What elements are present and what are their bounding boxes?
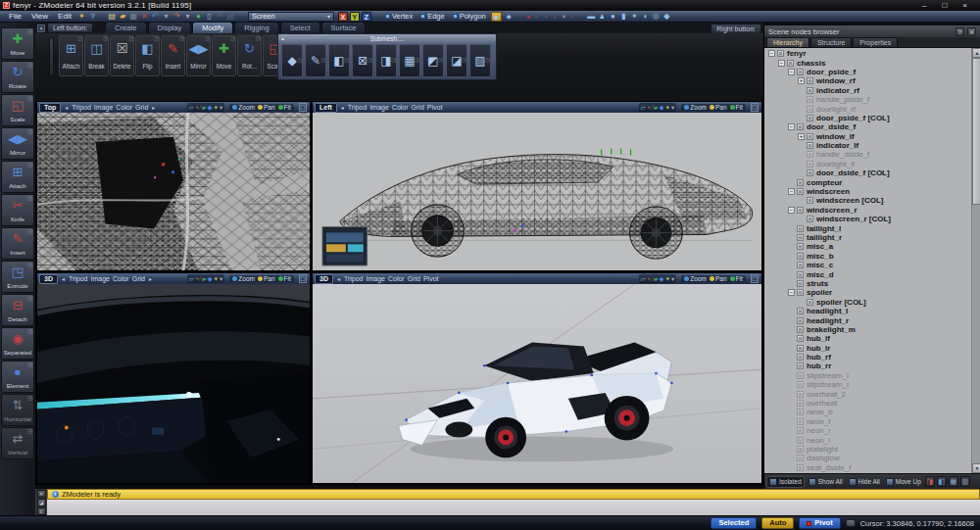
- viewport-nav-left-icon[interactable]: ◄: [61, 276, 66, 282]
- wire-toggle-icon[interactable]: ▱: [189, 274, 194, 283]
- texture-toggle-icon[interactable]: ▰: [654, 274, 659, 283]
- gizmo-icon[interactable]: ◆: [208, 103, 213, 112]
- tree-node-hub-rr[interactable]: hub_rr: [764, 361, 970, 370]
- tree-node-platelight[interactable]: platelight: [764, 445, 970, 454]
- tab-create[interactable]: Create: [105, 22, 147, 33]
- snap-toggle-icon[interactable]: ◆: [491, 12, 502, 22]
- new-file-icon[interactable]: ▤: [107, 11, 118, 23]
- viewport-label[interactable]: 3D: [39, 274, 58, 284]
- add-node-icon[interactable]: ◧: [937, 476, 947, 487]
- tree-node-hub-lr[interactable]: hub_lr: [764, 344, 970, 353]
- viewport-pan-button[interactable]: Pan: [258, 275, 275, 282]
- axis-x-button[interactable]: X: [338, 12, 348, 22]
- history-icon-2[interactable]: ●: [542, 13, 551, 21]
- sidebar-tool-attach[interactable]: ⊞Attach: [1, 161, 34, 193]
- page-icon[interactable]: ▤: [225, 11, 236, 23]
- viewport-menu-tripod[interactable]: Tripod: [72, 104, 91, 111]
- pen-toggle-icon[interactable]: ∕: [200, 274, 201, 283]
- tree-node-neon-r[interactable]: neon_r: [764, 426, 970, 435]
- tree-node-doorlight-rf[interactable]: doorlight_rf: [764, 104, 970, 113]
- tree-node-hub-rf[interactable]: hub_rf: [764, 353, 970, 361]
- options-icon[interactable]: ✦: [76, 11, 87, 23]
- expand-all-icon[interactable]: ▦: [949, 476, 958, 487]
- expand-toggle-icon[interactable]: −: [788, 123, 795, 130]
- sidebar-tool-extrude[interactable]: ◳Extrude: [1, 261, 34, 293]
- viewport-label[interactable]: Top: [39, 103, 61, 113]
- sidebar-tool-detach[interactable]: ⊟Detach: [1, 294, 34, 326]
- viewport-menu-grid[interactable]: Grid: [135, 104, 148, 111]
- light-icon[interactable]: ✦: [665, 103, 670, 112]
- tree-node-windscreen-r[interactable]: −windscreen_r: [764, 206, 970, 215]
- collapsed-panel-tab[interactable]: [49, 37, 54, 76]
- undo-dropdown-icon[interactable]: ▾: [161, 11, 172, 23]
- viewport-maximize-button[interactable]: □: [751, 274, 759, 283]
- viewport-menu-tripod[interactable]: Tripod: [344, 275, 364, 282]
- mode-polygon-button[interactable]: Polygon: [449, 12, 490, 21]
- sidebar-tool-horizontal[interactable]: ⇅Horizontal: [1, 394, 34, 426]
- gem-icon[interactable]: ◆: [662, 11, 672, 23]
- tree-node-overheat[interactable]: overheat: [764, 399, 970, 408]
- tab-structure[interactable]: Structure: [810, 37, 852, 47]
- tree-node-fenyr[interactable]: −fenyr: [764, 49, 970, 58]
- more-icon[interactable]: ▾: [671, 103, 674, 112]
- pen-toggle-icon[interactable]: ∕: [652, 103, 653, 112]
- star-icon[interactable]: ✦: [629, 11, 640, 23]
- light-icon[interactable]: ✦: [665, 274, 670, 283]
- tree-node-door-pside-f-col[interactable]: door_pside_f [COL]: [764, 114, 970, 122]
- expand-toggle-icon[interactable]: −: [788, 207, 795, 214]
- tree-node-misc-b[interactable]: misc_b: [764, 252, 970, 261]
- auto-badge[interactable]: Auto: [761, 517, 794, 529]
- tree-node-spoiler-col[interactable]: spoiler [COL]: [764, 298, 970, 307]
- save-icon[interactable]: ▦: [128, 11, 139, 23]
- wire-toggle-icon[interactable]: ▱: [641, 103, 646, 112]
- viewport-nav-left-icon[interactable]: ◄: [64, 105, 69, 111]
- viewport-pan-button[interactable]: Pan: [710, 104, 727, 111]
- pen-toggle-icon[interactable]: ∕: [200, 103, 201, 112]
- viewport-menu-grid[interactable]: Grid: [408, 275, 420, 282]
- plane-icon[interactable]: ▬: [586, 11, 597, 23]
- viewport-menu-color[interactable]: Color: [388, 275, 405, 282]
- viewport-maximize-button[interactable]: □: [299, 103, 307, 112]
- panel-help-icon[interactable]: ?: [956, 27, 964, 36]
- sidebar-tool-separated[interactable]: ◉Separated: [1, 327, 34, 360]
- record-icon[interactable]: ●: [524, 13, 533, 21]
- tree-node-dashglow[interactable]: dashglow: [764, 454, 970, 462]
- viewport-nav-left-icon[interactable]: ◄: [340, 105, 345, 111]
- sidebar-tool-knife[interactable]: ✂Knife: [1, 194, 34, 226]
- tree-scrollbar[interactable]: ▲ ▼: [971, 48, 980, 473]
- sidebar-tool-mirror[interactable]: ◀▶Mirror: [1, 127, 34, 160]
- viewport-maximize-button[interactable]: □: [299, 274, 307, 283]
- gizmo-toggle-icon[interactable]: ◈: [504, 12, 514, 22]
- history-icon-3[interactable]: ●: [551, 13, 560, 21]
- expand-toggle-icon[interactable]: −: [788, 69, 795, 75]
- move-up-button[interactable]: Move Up: [884, 477, 923, 487]
- hide-all-button[interactable]: Hide All: [847, 477, 882, 487]
- tree-node-misc-a[interactable]: misc_a: [764, 242, 970, 251]
- ribbon-flip-button[interactable]: ◧Flip: [135, 35, 160, 76]
- viewport-fit-button[interactable]: Fit: [278, 104, 291, 111]
- close-icon[interactable]: ✕: [37, 24, 45, 32]
- tree-node-spoiler[interactable]: −spoiler: [764, 288, 970, 297]
- tree-node-door-pside-f[interactable]: −door_pside_f: [764, 68, 970, 76]
- sidebar-tool-move[interactable]: ✚Move: [1, 27, 34, 60]
- expand-toggle-icon[interactable]: −: [788, 289, 795, 296]
- tree-node-misc-c[interactable]: misc_c: [764, 261, 970, 269]
- submesh-cube-icon[interactable]: ◆: [281, 44, 303, 77]
- viewport-menu-pivot[interactable]: Pivot: [423, 275, 439, 282]
- box-icon[interactable]: ▮: [618, 11, 629, 23]
- tab-hierarchy[interactable]: Hierarchy: [766, 37, 809, 47]
- tree-node-windscreen[interactable]: −windscreen: [764, 187, 970, 196]
- viewport-zoom-button[interactable]: Zoom: [232, 104, 255, 111]
- repeat-icon[interactable]: ↷: [215, 11, 225, 23]
- axis-z-button[interactable]: Z: [362, 12, 371, 22]
- wire-toggle-icon[interactable]: ▱: [189, 103, 194, 112]
- tree-node-headlight-l[interactable]: headlight_l: [764, 307, 970, 315]
- viewport-fit-button[interactable]: Fit: [730, 275, 743, 282]
- tree-node-hub-lf[interactable]: hub_lf: [764, 334, 970, 343]
- more-icon[interactable]: ▾: [220, 103, 222, 112]
- tree-node-taillight-r[interactable]: taillight_r: [764, 233, 970, 242]
- submesh-weld-icon[interactable]: ◪: [446, 44, 467, 77]
- viewport-menu-color[interactable]: Color: [116, 104, 132, 111]
- scroll-up-icon[interactable]: ▲: [972, 48, 980, 58]
- shade-toggle-icon[interactable]: ◔: [195, 274, 199, 283]
